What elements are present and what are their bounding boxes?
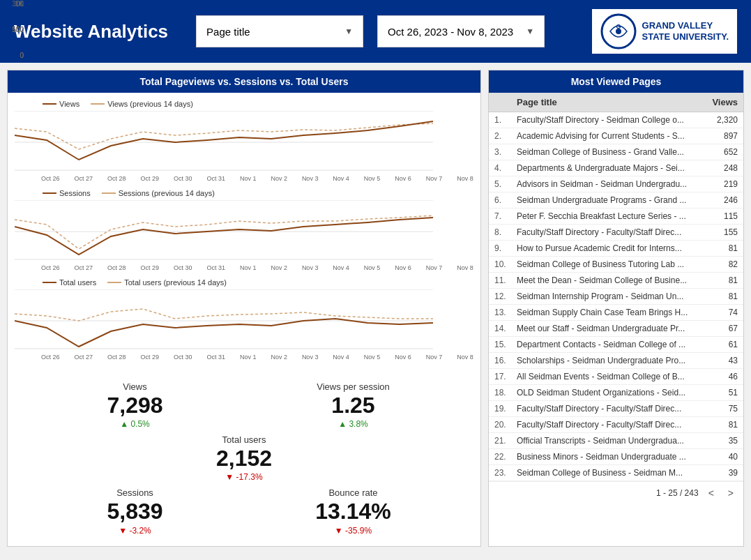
main-content: Total Pageviews vs. Sessions vs. Total U… xyxy=(0,63,751,554)
table-row: 1. Faculty/Staff Directory - Seidman Col… xyxy=(489,112,743,128)
views-previous-line xyxy=(91,103,105,105)
table-row: 22. Business Minors - Seidman Undergradu… xyxy=(489,449,743,465)
table-row: 10. Seidman College of Business Tutoring… xyxy=(489,257,743,273)
table-row: 15. Department Contacts - Seidman Colleg… xyxy=(489,337,743,353)
row-views: 81 xyxy=(696,420,738,430)
row-title: Business Minors - Seidman Undergraduate … xyxy=(517,452,696,462)
col-title-header: Page title xyxy=(517,97,696,107)
row-title: Seidman Internship Program - Seidman Un.… xyxy=(517,292,696,301)
views-stat-label: Views xyxy=(29,381,241,392)
row-views: 219 xyxy=(696,179,738,189)
row-num: 13. xyxy=(494,308,517,317)
views-per-session-stat: Views per session 1.25 3.8% xyxy=(247,381,460,429)
row-num: 6. xyxy=(494,195,517,205)
row-views: 75 xyxy=(696,404,738,414)
date-range-dropdown[interactable]: Oct 26, 2023 - Nov 8, 2023 ▼ xyxy=(377,15,545,47)
table-row: 11. Meet the Dean - Seidman College of B… xyxy=(489,273,743,289)
pagination: 1 - 25 / 243 < > xyxy=(489,481,743,504)
table-row: 18. OLD Seidman Student Organizations - … xyxy=(489,385,743,401)
vps-stat-label: Views per session xyxy=(247,381,460,392)
page-title-dropdown[interactable]: Page title ▼ xyxy=(196,15,363,47)
users-legend: Total users Total users (previous 14 day… xyxy=(15,278,473,287)
table-row: 8. Faculty/Staff Directory - Faculty/Sta… xyxy=(489,225,743,241)
users-chart-container: Total users Total users (previous 14 day… xyxy=(15,278,473,361)
row-views: 67 xyxy=(696,324,738,333)
col-num-header xyxy=(494,97,517,107)
vps-stat-change: 3.8% xyxy=(247,419,460,429)
left-panel: Total Pageviews vs. Sessions vs. Total U… xyxy=(7,70,481,547)
row-views: 46 xyxy=(696,372,738,381)
row-views: 652 xyxy=(696,147,738,157)
row-title: Seidman College of Business - Seidman M.… xyxy=(517,468,696,478)
chart-panel-header: Total Pageviews vs. Sessions vs. Total U… xyxy=(8,70,480,93)
pagination-info: 1 - 25 / 243 xyxy=(656,488,699,498)
sessions-chart-svg xyxy=(15,200,473,263)
table-row: 6. Seidman Undergraduate Programs - Gran… xyxy=(489,192,743,209)
row-title: OLD Seidman Student Organizations - Seid… xyxy=(517,388,696,398)
total-users-stat-change: -17.3% xyxy=(29,472,460,482)
table-row: 14. Meet our Staff - Seidman Undergradua… xyxy=(489,321,743,337)
row-num: 4. xyxy=(494,163,517,173)
row-title: Scholarships - Seidman Undergraduate Pro… xyxy=(517,356,696,365)
sessions-chart-container: Sessions Sessions (previous 14 days) 1K … xyxy=(15,189,473,271)
row-views: 74 xyxy=(696,308,738,317)
row-title: Department Contacts - Seidman College of… xyxy=(517,340,696,349)
table-row: 13. Seidman Supply Chain Case Team Bring… xyxy=(489,305,743,321)
sessions-x-axis: Oct 26Oct 27Oct 28Oct 29Oct 30Oct 31Nov … xyxy=(15,264,473,271)
row-title: Official Transcripts - Seidman Undergrad… xyxy=(517,436,696,446)
views-previous-legend: Views (previous 14 days) xyxy=(91,100,193,108)
row-views: 39 xyxy=(696,468,738,478)
table-row: 2. Academic Advising for Current Student… xyxy=(489,128,743,144)
row-num: 21. xyxy=(494,436,517,446)
table-row: 3. Seidman College of Business - Grand V… xyxy=(489,144,743,160)
row-num: 1. xyxy=(494,115,517,125)
row-num: 2. xyxy=(494,131,517,141)
table-header: Page title Views xyxy=(489,93,743,112)
row-num: 14. xyxy=(494,324,517,333)
row-views: 81 xyxy=(696,243,738,253)
table-row: 5. Advisors in Seidman - Seidman Undergr… xyxy=(489,176,743,192)
views-current-line xyxy=(43,103,56,105)
row-title: Faculty/Staff Directory - Faculty/Staff … xyxy=(517,420,696,430)
vps-stat-value: 1.25 xyxy=(247,393,460,418)
total-users-down-arrow xyxy=(225,472,234,482)
views-previous-label: Views (previous 14 days) xyxy=(107,100,193,108)
row-num: 22. xyxy=(494,452,517,462)
row-title: Meet the Dean - Seidman College of Busin… xyxy=(517,275,696,285)
row-title: Peter F. Secchia Breakfast Lecture Serie… xyxy=(517,211,696,221)
sessions-stat-label: Sessions xyxy=(29,487,241,498)
views-current-legend: Views xyxy=(43,100,79,108)
table-row: 17. All Seidman Events - Seidman College… xyxy=(489,369,743,385)
table-row: 12. Seidman Internship Program - Seidman… xyxy=(489,289,743,305)
row-views: 51 xyxy=(696,388,738,398)
row-views: 246 xyxy=(696,195,738,205)
sessions-stat-value: 5,839 xyxy=(29,499,241,524)
header: Website Analytics Page title ▼ Oct 26, 2… xyxy=(0,0,751,63)
row-num: 12. xyxy=(494,292,517,301)
col-views-header: Views xyxy=(696,97,738,107)
users-current-legend: Total users xyxy=(43,278,96,287)
row-title: All Seidman Events - Seidman College of … xyxy=(517,372,696,381)
row-num: 3. xyxy=(494,147,517,157)
total-users-stat-value: 2,152 xyxy=(29,446,460,471)
row-views: 82 xyxy=(696,259,738,269)
bounce-rate-stat: Bounce rate 13.14% -35.9% xyxy=(247,487,460,535)
row-num: 7. xyxy=(494,211,517,221)
prev-page-button[interactable]: < xyxy=(704,486,718,500)
table-row: 20. Faculty/Staff Directory - Faculty/St… xyxy=(489,417,743,433)
users-previous-legend: Total users (previous 14 days) xyxy=(107,278,227,287)
most-viewed-header: Most Viewed Pages xyxy=(489,70,743,93)
row-views: 248 xyxy=(696,163,738,173)
bounce-rate-stat-change: -35.9% xyxy=(247,526,460,536)
row-num: 18. xyxy=(494,388,517,398)
page-title-dropdown-label: Page title xyxy=(206,26,250,38)
row-title: Seidman College of Business - Grand Vall… xyxy=(517,147,696,157)
row-views: 115 xyxy=(696,211,738,221)
logo-area: G Grand Valley State University. xyxy=(592,9,737,54)
views-current-label: Views xyxy=(59,100,79,108)
next-page-button[interactable]: > xyxy=(724,486,738,500)
views-x-axis: Oct 26Oct 27Oct 28Oct 29Oct 30Oct 31Nov … xyxy=(15,175,473,182)
table-row: 7. Peter F. Secchia Breakfast Lecture Se… xyxy=(489,209,743,225)
row-title: Departments & Undergraduate Majors - Sei… xyxy=(517,163,696,173)
table-row: 9. How to Pursue Academic Credit for Int… xyxy=(489,241,743,257)
